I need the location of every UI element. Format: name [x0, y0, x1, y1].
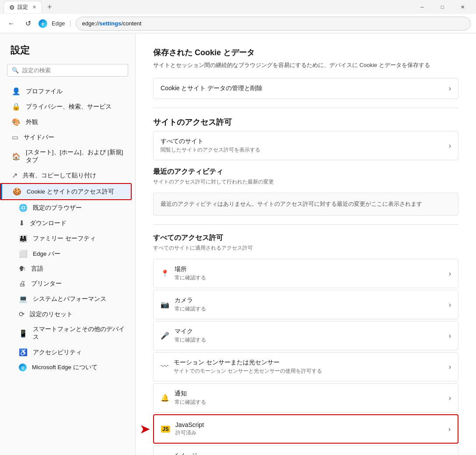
notification-title: 通知	[175, 390, 449, 398]
mic-icon: 🎤	[161, 332, 169, 340]
back-button[interactable]: ←	[5, 18, 18, 30]
url-bar[interactable]: edge://settings/content	[76, 17, 471, 31]
search-icon: 🔍	[12, 67, 19, 74]
sidebar-item-label: Edge バー	[33, 250, 60, 258]
manage-cookies-item[interactable]: Cookie とサイト データの管理と削除 ›	[153, 78, 458, 99]
defaultbrowser-icon: 🌐	[19, 204, 28, 212]
site-access-section: サイトのアクセス許可 すべてのサイト 閲覧したサイトのアクセス許可を表示する ›…	[153, 117, 458, 215]
sidebar-item-mobile[interactable]: 📱 スマートフォンとその他のデバイス	[0, 322, 135, 345]
chevron-icon: ›	[448, 425, 451, 433]
notification-item[interactable]: 🔔 通知 常に確認する ›	[153, 383, 458, 413]
image-item[interactable]: 🖼 イメージ すべて表示 ›	[153, 445, 458, 455]
camera-content: カメラ 常に確認する	[175, 296, 449, 313]
tab-strip: ⚙ 設定 ✕ +	[4, 1, 56, 13]
sidebar-item-label: 既定のブラウザー	[33, 204, 82, 212]
share-icon: ↗	[12, 171, 18, 180]
url-prefix: edge://	[82, 20, 100, 27]
language-icon: 🗣	[19, 265, 26, 273]
location-title: 場所	[175, 265, 449, 273]
edge-logo: e	[38, 19, 47, 28]
privacy-icon: 🔒	[12, 102, 21, 111]
url-suffix: /content	[121, 20, 141, 27]
sidebar-item-defaultbrowser[interactable]: 🌐 既定のブラウザー	[0, 200, 135, 215]
sidebar-icon: ▭	[12, 133, 18, 141]
chevron-icon: ›	[449, 363, 451, 371]
maximize-button[interactable]: □	[432, 0, 452, 14]
notification-icon: 🔔	[161, 394, 169, 402]
sidebar-item-label: プライバシー、検索、サービス	[26, 103, 112, 111]
all-access-desc: すべてのサイトに適用されるアクセス許可	[153, 244, 458, 252]
sidebar-item-download[interactable]: ⬇ ダウンロード	[0, 215, 135, 231]
mic-desc: 常に確認する	[175, 336, 449, 344]
about-icon: e	[19, 363, 27, 371]
sidebar-item-newtab[interactable]: 🏠 [スタート]、[ホーム]、および [新規] タブ	[0, 145, 135, 168]
sidebar-item-label: 共有、コピーして貼り付け	[23, 172, 96, 180]
camera-icon: 📷	[161, 300, 169, 309]
section-divider-2	[153, 224, 458, 225]
sidebar-item-label: プリンター	[31, 280, 62, 288]
refresh-button[interactable]: ↺	[22, 18, 34, 30]
location-item[interactable]: 📍 場所 常に確認する ›	[153, 259, 458, 288]
notification-content: 通知 常に確認する	[175, 390, 449, 406]
sidebar-item-label: プロファイル	[26, 88, 63, 95]
sidebar-item-system[interactable]: 💻 システムとパフォーマンス	[0, 291, 135, 307]
chevron-icon: ›	[449, 85, 451, 92]
motion-content: モーション センサーまたは光センサー サイトでのモーション センサーと光センサー…	[174, 359, 449, 375]
new-tab-button[interactable]: +	[44, 3, 56, 12]
all-sites-content: すべてのサイト 閲覧したサイトのアクセス許可を表示する	[161, 138, 449, 154]
sidebar-item-printer[interactable]: 🖨 プリンター	[0, 276, 135, 291]
javascript-item[interactable]: JS JavaScript 許可済み ›	[153, 414, 458, 444]
search-box[interactable]: 🔍	[7, 64, 128, 77]
download-icon: ⬇	[19, 219, 24, 227]
arrow-indicator: ➤	[140, 422, 150, 436]
mic-title: マイク	[175, 328, 449, 335]
close-button[interactable]: ✕	[452, 0, 472, 14]
sidebar-item-label: ファミリー セーフティ	[33, 235, 96, 243]
sidebar: 設定 🔍 👤 プロファイル 🔒 プライバシー、検索、サービス 🎨 外観 ▭ サイ…	[0, 33, 136, 455]
sidebar-item-about[interactable]: e Microsoft Edge について	[0, 360, 135, 375]
sidebar-item-language[interactable]: 🗣 言語	[0, 261, 135, 276]
tab-close-button[interactable]: ✕	[32, 4, 36, 10]
all-sites-item[interactable]: すべてのサイト 閲覧したサイトのアクセス許可を表示する ›	[153, 131, 458, 160]
recent-activity-empty: 最近のアクティビティはありません。サイトのアクセス許可に対する最近の変更がここに…	[153, 193, 458, 215]
sidebar-item-label: スマートフォンとその他のデバイス	[33, 325, 125, 341]
camera-item[interactable]: 📷 カメラ 常に確認する ›	[153, 290, 458, 319]
chevron-icon: ›	[449, 332, 451, 340]
sidebar-item-share[interactable]: ↗ 共有、コピーして貼り付け	[0, 168, 135, 183]
minimize-button[interactable]: ─	[412, 0, 432, 14]
cookies-section-title: 保存された Cookie とデータ	[153, 47, 458, 58]
sidebar-title: 設定	[0, 44, 135, 64]
sidebar-item-label: 設定のリセット	[30, 310, 73, 318]
sidebar-item-accessibility[interactable]: ♿ アクセシビリティ	[0, 345, 135, 360]
location-desc: 常に確認する	[175, 274, 449, 282]
chevron-icon: ›	[449, 270, 451, 278]
mic-content: マイク 常に確認する	[175, 328, 449, 344]
location-icon: 📍	[161, 269, 169, 278]
sidebar-item-cookies[interactable]: 🍪 Cookie とサイトのアクセス許可	[1, 184, 131, 199]
notification-desc: 常に確認する	[175, 399, 449, 406]
sidebar-item-label: ダウンロード	[30, 219, 66, 227]
settings-tab-icon: ⚙	[9, 4, 15, 11]
addressbar: ← ↺ e Edge | edge://settings/content	[0, 14, 476, 33]
search-input[interactable]	[22, 67, 123, 74]
section-divider	[153, 108, 458, 108]
settings-tab[interactable]: ⚙ 設定 ✕	[4, 1, 42, 13]
motion-item[interactable]: 〰 モーション センサーまたは光センサー サイトでのモーション センサーと光セン…	[153, 352, 458, 381]
profile-icon: 👤	[12, 87, 21, 95]
sidebar-item-reset[interactable]: ⟳ 設定のリセット	[0, 307, 135, 322]
sidebar-item-appearance[interactable]: 🎨 外観	[0, 114, 135, 130]
recent-activity-container: 最近のアクティビティ サイトのアクセス許可に対して行われた最新の変更 最近のアク…	[153, 167, 458, 215]
recent-activity-title: 最近のアクティビティ	[153, 167, 458, 176]
sidebar-item-family[interactable]: 👨‍👩‍👧 ファミリー セーフティ	[0, 231, 135, 246]
reset-icon: ⟳	[19, 310, 24, 318]
javascript-title: JavaScript	[175, 421, 448, 428]
sidebar-item-sidebar[interactable]: ▭ サイドバー	[0, 130, 135, 145]
sidebar-item-profile[interactable]: 👤 プロファイル	[0, 84, 135, 99]
sidebar-item-privacy[interactable]: 🔒 プライバシー、検索、サービス	[0, 99, 135, 114]
sidebar-item-label: 言語	[31, 265, 43, 273]
mic-item[interactable]: 🎤 マイク 常に確認する ›	[153, 321, 458, 350]
location-content: 場所 常に確認する	[175, 265, 449, 282]
javascript-icon: JS	[161, 426, 170, 433]
settings-tab-title: 設定	[18, 4, 28, 11]
sidebar-item-edgebar[interactable]: ⬜ Edge バー	[0, 246, 135, 261]
